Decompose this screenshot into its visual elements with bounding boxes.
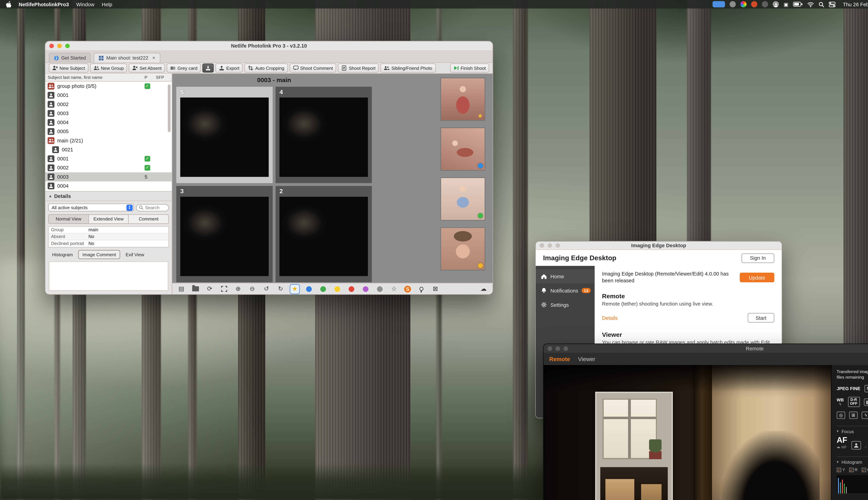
histogram-section-header[interactable]: ▾ Histogram <box>837 456 868 465</box>
tab-main-shoot-test222[interactable]: Main shoot: test222× <box>94 53 160 62</box>
group-row[interactable]: group photo (0/5)✓ <box>45 82 172 91</box>
camera-setting-icon[interactable]: ⊞ <box>849 411 858 419</box>
search-input[interactable] <box>145 205 166 210</box>
minimize-window-button[interactable] <box>548 243 552 248</box>
zoom-in-icon[interactable]: ⊕ <box>234 285 242 293</box>
tag-green-icon[interactable] <box>319 285 327 293</box>
folder-icon[interactable] <box>192 285 199 293</box>
subject-row[interactable]: 0001 <box>45 91 172 100</box>
group-row[interactable]: main (2/21) <box>45 136 172 145</box>
wifi-icon[interactable] <box>807 1 814 7</box>
menu-help[interactable]: Help <box>102 1 112 7</box>
histogram-channel-r[interactable]: ✓R <box>849 467 857 472</box>
filmstrip-thumb[interactable]: ★ <box>441 78 485 121</box>
image-icon[interactable]: ▤ <box>178 285 185 293</box>
tag-blue-icon[interactable] <box>305 285 313 293</box>
subject-row[interactable]: 0001✓ <box>45 154 172 163</box>
photolink-titlebar[interactable]: Netlife Photolink Pro 3 - v3.2.10 <box>45 41 492 51</box>
remote-tab-viewer[interactable]: Viewer <box>578 356 595 362</box>
exposure-mode-icon[interactable]: M <box>864 385 868 393</box>
fullscreen-icon[interactable] <box>220 285 228 293</box>
minimize-window-button[interactable] <box>556 346 560 351</box>
nav-item-notifications[interactable]: Notifications13 <box>536 284 595 298</box>
zoom-window-button[interactable] <box>556 243 560 248</box>
tab-close-icon[interactable]: × <box>152 55 155 61</box>
histogram-channel-y[interactable]: ✓Y <box>837 467 845 472</box>
details-link[interactable]: Details <box>602 315 618 321</box>
delete-icon[interactable]: ⊠ <box>431 285 439 293</box>
p-check-icon[interactable]: ✓ <box>145 156 150 162</box>
star-outline-icon[interactable]: ☆ <box>390 285 398 293</box>
photo-cell[interactable]: 5 <box>176 87 273 183</box>
account-icon[interactable] <box>773 1 779 8</box>
imaging-edge-titlebar[interactable]: Imaging Edge Desktop <box>536 241 782 250</box>
filmstrip-thumb[interactable] <box>441 227 485 270</box>
focus-section-header[interactable]: ▾ Focus <box>837 426 868 434</box>
info-tab-image-comment[interactable]: Image Comment <box>79 250 120 259</box>
toolbar-button-import[interactable] <box>203 64 214 72</box>
p-check-icon[interactable]: ✓ <box>145 165 150 171</box>
flash-setting-icon[interactable]: ϟ <box>861 411 868 419</box>
white-balance-icon[interactable]: WB ϟ <box>837 398 844 406</box>
subject-row[interactable]: 0005 <box>45 127 172 136</box>
tab-get-started[interactable]: Get Started <box>49 53 91 62</box>
info-tab-exif-view[interactable]: Exif View <box>122 250 148 259</box>
p-check-icon[interactable]: ✓ <box>145 83 150 89</box>
toolbar-button-auto-cropping[interactable]: Auto Cropping <box>244 64 288 72</box>
screen-capture-badge[interactable] <box>713 1 725 8</box>
toolbar-button-new-subject[interactable]: New Subject <box>49 64 88 72</box>
toolbar-button-shoot-comment[interactable]: Shoot Comment <box>289 64 336 72</box>
start-button[interactable]: Start <box>748 313 774 323</box>
creative-style-icon[interactable]: ▦ <box>864 398 868 406</box>
close-window-button[interactable] <box>540 243 544 248</box>
search-icon[interactable] <box>819 1 824 7</box>
display-icon[interactable]: ▣ <box>784 1 788 7</box>
filmstrip-thumb[interactable] <box>441 178 485 220</box>
dro-icon[interactable]: D-R OFF <box>848 397 860 407</box>
af-mode-label[interactable]: AF <box>837 436 847 444</box>
subject-row[interactable]: 0004 <box>45 118 172 127</box>
subject-row[interactable]: 0021 <box>45 145 172 154</box>
apple-menu-icon[interactable] <box>6 1 11 8</box>
photo-cell[interactable]: 3 <box>176 186 273 282</box>
close-window-button[interactable] <box>548 346 552 351</box>
details-section-header[interactable]: ▴ Details <box>45 192 172 201</box>
control-center-icon[interactable] <box>829 1 835 7</box>
battery-icon[interactable] <box>793 2 803 7</box>
lightbulb-icon[interactable] <box>417 285 425 293</box>
close-window-button[interactable] <box>49 44 54 48</box>
view-tab-normal-view[interactable]: Normal View <box>48 214 89 224</box>
view-tab-extended-view[interactable]: Extended View <box>89 214 129 224</box>
tag-purple-icon[interactable] <box>362 285 369 293</box>
color-wheel-icon[interactable] <box>741 1 747 8</box>
toolbar-button-finish-shoot[interactable]: Finish Shoot <box>450 64 489 72</box>
update-button[interactable]: Update <box>740 273 774 283</box>
search-box[interactable] <box>136 204 169 211</box>
rating-star-icon[interactable]: ★ <box>291 285 299 293</box>
rotate-right-icon[interactable]: ↻ <box>276 285 285 293</box>
face-detect-icon[interactable] <box>851 441 861 450</box>
sony-badge-icon[interactable]: S <box>404 285 411 292</box>
tag-gray-icon[interactable] <box>376 285 384 293</box>
subject-row[interactable]: 0002 <box>45 100 172 109</box>
scrollbar[interactable] <box>168 84 171 132</box>
toolbar-button-sibling-friend-photo[interactable]: Sibling/Friend Photo <box>381 64 436 72</box>
sign-in-button[interactable]: Sign In <box>741 253 774 263</box>
filmstrip-thumb[interactable] <box>441 128 485 171</box>
histogram-channel-g[interactable]: ✓G <box>861 467 868 472</box>
subject-row[interactable]: 0004 <box>45 181 172 191</box>
view-tab-comment[interactable]: Comment <box>129 214 169 224</box>
zoom-window-button[interactable] <box>65 44 70 48</box>
menu-clock[interactable]: Thu 26 Feb 15:33 <box>843 1 868 7</box>
zoom-window-button[interactable] <box>563 346 568 351</box>
subject-row[interactable]: 00035 <box>45 172 172 181</box>
photo-cell[interactable]: 4 <box>275 87 372 183</box>
menu-window[interactable]: Window <box>76 1 94 7</box>
toolbar-button-set-absent[interactable]: Set Absent <box>129 64 165 72</box>
remote-titlebar[interactable]: Remote <box>544 344 868 353</box>
zoom-out-icon[interactable]: ⊖ <box>248 285 256 293</box>
toolbar-button-new-group[interactable]: New Group <box>90 64 127 72</box>
app-menu-title[interactable]: NetlifePhotolinkPro3 <box>19 1 69 7</box>
remote-tab-remote[interactable]: Remote <box>549 356 570 362</box>
image-comment-panel[interactable] <box>49 261 168 291</box>
